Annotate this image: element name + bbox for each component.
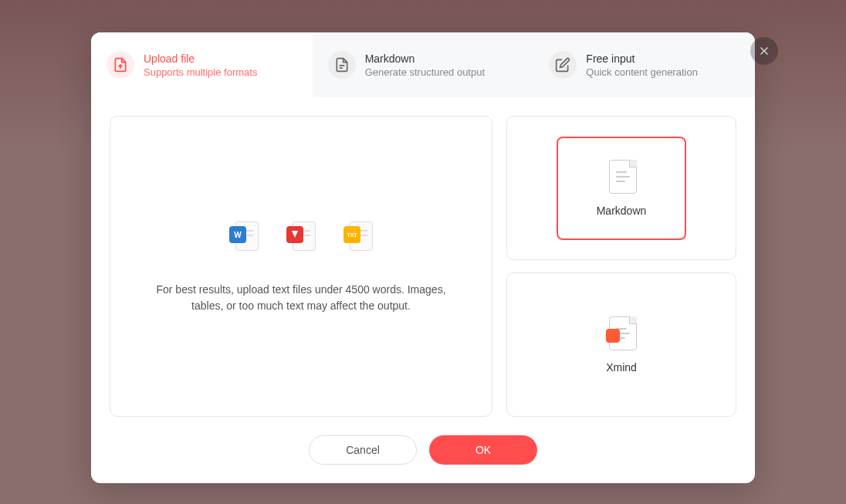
upload-modal: Upload file Supports multiple formats Ma… (91, 32, 755, 483)
option-xmind-label: Xmind (606, 361, 637, 374)
close-icon (758, 45, 770, 57)
markdown-doc-icon (606, 160, 637, 194)
tab-upload-file[interactable]: Upload file Supports multiple formats (91, 32, 313, 97)
cancel-button[interactable]: Cancel (309, 435, 417, 465)
pdf-file-icon (286, 218, 316, 251)
free-input-icon (549, 51, 577, 79)
tab-upload-subtitle: Supports multiple formats (144, 66, 257, 78)
tab-markdown-subtitle: Generate structured output (365, 66, 485, 78)
upload-file-icon (107, 51, 134, 79)
tab-freeinput-subtitle: Quick content generation (586, 66, 698, 78)
tab-free-input[interactable]: Free input Quick content generation (533, 32, 755, 97)
txt-file-icon: TXT (343, 218, 373, 251)
tab-upload-title: Upload file (144, 52, 257, 65)
supported-formats: W TXT (229, 218, 373, 251)
close-button[interactable] (750, 37, 778, 65)
ok-button[interactable]: OK (429, 435, 537, 465)
xmind-doc-icon (606, 316, 637, 350)
option-markdown-label: Markdown (597, 205, 647, 217)
markdown-icon (328, 51, 356, 79)
tab-bar: Upload file Supports multiple formats Ma… (91, 32, 755, 97)
option-xmind[interactable]: Xmind (506, 272, 736, 417)
output-options: Markdown Xmind (506, 116, 736, 417)
upload-hint-text: For best results, upload text files unde… (139, 282, 463, 314)
modal-content: W TXT For best results, upload text file… (91, 97, 755, 435)
tab-freeinput-title: Free input (586, 52, 698, 65)
modal-footer: Cancel OK (91, 435, 755, 483)
tab-markdown-title: Markdown (365, 52, 485, 65)
tab-markdown[interactable]: Markdown Generate structured output (313, 32, 534, 97)
upload-drop-zone[interactable]: W TXT For best results, upload text file… (110, 116, 492, 417)
option-markdown[interactable]: Markdown (506, 116, 736, 260)
word-file-icon: W (229, 218, 259, 251)
